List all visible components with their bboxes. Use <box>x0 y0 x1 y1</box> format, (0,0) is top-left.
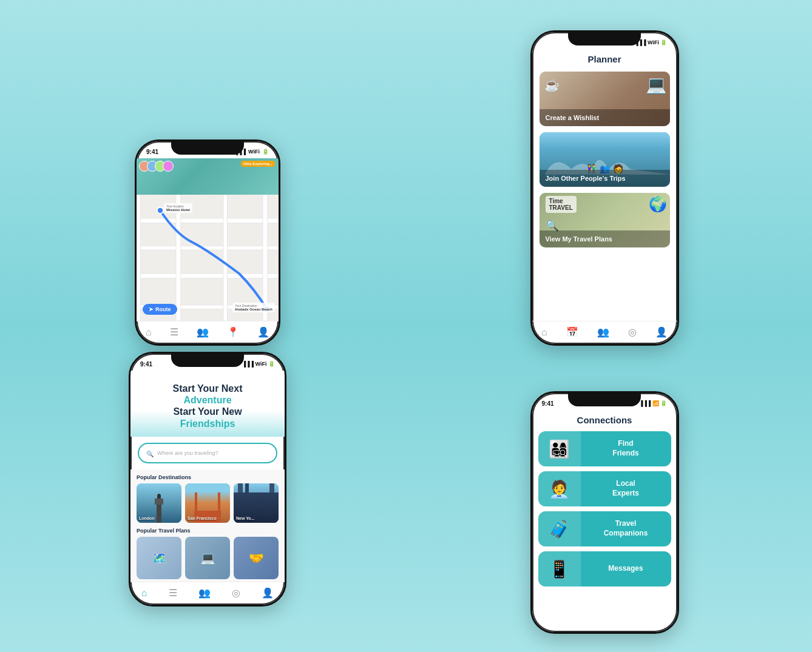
planner-cards-container: 💻 ☕ Create a Wishlist 👫 <box>532 72 677 314</box>
home-nav-pin[interactable]: ◎ <box>232 587 240 599</box>
travel-companions-image: 🧳 <box>538 511 581 546</box>
messages-card[interactable]: 📱 Messages <box>538 551 671 586</box>
destinations-row: London San Francisco <box>137 483 279 523</box>
phone-connections: 9:41 ▐▐▐ 📶 🔋 Connections 👨‍👩‍👧‍👦 FindFri… <box>530 391 679 634</box>
local-experts-card[interactable]: 🧑‍💼 LocalExperts <box>538 471 671 506</box>
svg-rect-1 <box>137 218 279 223</box>
start-location-label: Your location Mission Hotel <box>164 203 192 213</box>
map-header-image: Ohio Exploring... <box>137 158 279 195</box>
home-content: Start Your Next Adventure Start Your New… <box>130 371 285 605</box>
status-icons-connections: ▐▐▐ 📶 🔋 <box>639 400 667 406</box>
notch-home <box>171 354 244 367</box>
map-area: Your location Mission Hotel Your Destina… <box>137 195 279 321</box>
svg-rect-6 <box>176 195 181 321</box>
route-icon: ➤ <box>149 306 154 312</box>
find-friends-label: FindFriends <box>581 439 671 458</box>
local-experts-label: LocalExperts <box>581 479 671 498</box>
join-trips-card[interactable]: 👫 👥 🧑 Join Other People's Trips <box>540 132 670 187</box>
map-svg <box>137 195 279 321</box>
notch-planner <box>568 32 641 45</box>
svg-rect-0 <box>137 195 279 321</box>
connections-title: Connections <box>532 410 677 431</box>
route-button[interactable]: ➤ Route <box>143 304 177 315</box>
popular-plans-label: Popular Travel Plans <box>137 523 279 537</box>
dest-sf[interactable]: San Francisco <box>185 483 230 523</box>
search-bar[interactable]: Where are you traveling? <box>138 443 277 463</box>
plan-card-2[interactable]: 💻 <box>185 537 230 579</box>
svg-rect-7 <box>223 195 228 321</box>
local-experts-image: 🧑‍💼 <box>538 471 581 506</box>
messages-label: Messages <box>581 564 671 574</box>
nav-person-icon[interactable]: 👤 <box>257 326 269 338</box>
home-nav-group[interactable]: 👥 <box>198 587 211 599</box>
notch-map <box>171 141 244 155</box>
map-promo-badge: Ohio Exploring... <box>241 161 275 167</box>
travel-companions-card[interactable]: 🧳 TravelCompanions <box>538 511 671 546</box>
nav-calendar-icon[interactable]: ☰ <box>170 326 178 338</box>
planner-nav-calendar[interactable]: 📅 <box>566 326 578 338</box>
status-time-home: 9:41 <box>140 361 152 368</box>
status-icons-home: ▐▐▐ WiFi 🔋 <box>242 361 275 367</box>
dest-ny[interactable]: New Yo... <box>234 483 279 523</box>
plan-card-1[interactable]: 🗺️ <box>137 537 181 579</box>
connections-content: Connections 👨‍👩‍👧‍👦 FindFriends 🧑‍💼 Loca… <box>532 410 677 632</box>
avatar-group <box>139 161 174 172</box>
london-label: London <box>139 516 155 520</box>
wishlist-card-label: Create a Wishlist <box>540 109 670 126</box>
svg-point-9 <box>157 207 163 213</box>
messages-image: 📱 <box>538 551 581 586</box>
phone-planner: ▐▐▐ WiFi 🔋 Planner 💻 ☕ Create a Wishlist <box>530 30 679 346</box>
find-friends-card[interactable]: 👨‍👩‍👧‍👦 FindFriends <box>538 431 671 466</box>
planner-content: Planner 💻 ☕ Create a Wishlist <box>532 49 677 344</box>
travel-plans-card-label: View My Travel Plans <box>540 230 670 247</box>
sf-label: San Francisco <box>188 516 217 520</box>
search-icon <box>146 448 154 459</box>
phone-home: 9:41 ▐▐▐ WiFi 🔋 Start Your Next Adventur… <box>129 352 286 607</box>
connections-list: 👨‍👩‍👧‍👦 FindFriends 🧑‍💼 LocalExperts 🧳 <box>532 431 677 632</box>
planner-title: Planner <box>532 49 677 72</box>
svg-rect-2 <box>137 246 279 250</box>
wishlist-card[interactable]: 💻 ☕ Create a Wishlist <box>540 72 670 126</box>
dest-london[interactable]: London <box>137 483 181 523</box>
svg-rect-5 <box>137 195 141 321</box>
find-friends-image: 👨‍👩‍👧‍👦 <box>538 431 581 466</box>
search-placeholder: Where are you traveling? <box>157 450 218 456</box>
planner-nav-group[interactable]: 👥 <box>597 326 609 338</box>
nav-group-icon[interactable]: 👥 <box>197 326 209 338</box>
phone-map: 9:41 ▐▐▐ WiFi 🔋 Ohio Exploring... <box>135 139 280 346</box>
home-nav-person[interactable]: 👤 <box>262 587 274 599</box>
app-layout: 9:41 ▐▐▐ WiFi 🔋 Ohio Exploring... <box>0 0 812 652</box>
plans-row: 🗺️ 💻 🤝 <box>137 537 279 579</box>
travel-companions-label: TravelCompanions <box>581 519 671 538</box>
ny-label: New Yo... <box>236 516 254 520</box>
join-trips-card-label: Join Other People's Trips <box>540 170 670 187</box>
map-bottom-nav: ⌂ ☰ 👥 📍 👤 <box>137 321 279 344</box>
nav-home-icon[interactable]: ⌂ <box>146 327 152 338</box>
popular-destinations-label: Popular Destinations <box>137 469 279 483</box>
map-content: Ohio Exploring... <box>137 158 279 344</box>
headline-4: Friendships <box>140 418 275 429</box>
headline-2: Adventure <box>140 394 275 406</box>
home-scroll: Popular Destinations London <box>130 469 285 582</box>
travel-plans-card[interactable]: 🌍 TimeTRAVEL 🔍 View My Travel Plans <box>540 193 670 247</box>
status-time-connections: 9:41 <box>542 400 554 407</box>
destination-label: Your Destination Hodads Ocean Beach <box>232 303 275 312</box>
planner-nav: ⌂ 📅 👥 ◎ 👤 <box>532 321 677 344</box>
plan-card-3[interactable]: 🤝 <box>234 537 279 579</box>
notch-connections <box>568 393 641 406</box>
headline-1: Start Your Next <box>140 383 275 394</box>
planner-nav-pin[interactable]: ◎ <box>628 326 637 338</box>
headline-3: Start Your New <box>140 406 275 417</box>
planner-nav-person[interactable]: 👤 <box>655 326 668 338</box>
home-nav-calendar[interactable]: ☰ <box>169 587 177 599</box>
home-nav-home[interactable]: ⌂ <box>141 588 147 599</box>
status-time-map: 9:41 <box>146 149 158 155</box>
nav-pin-icon[interactable]: 📍 <box>227 326 239 338</box>
planner-nav-home[interactable]: ⌂ <box>541 327 547 338</box>
svg-rect-3 <box>137 274 279 278</box>
home-hero: Start Your Next Adventure Start Your New… <box>130 371 285 437</box>
home-bottom-nav: ⌂ ☰ 👥 ◎ 👤 <box>130 582 285 605</box>
